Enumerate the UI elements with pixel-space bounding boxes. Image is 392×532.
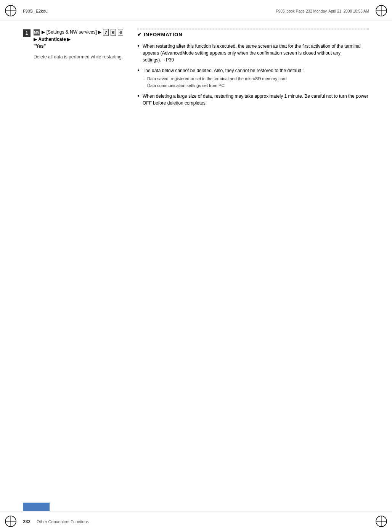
step-container: 1 MN ▶ [Settings & NW services] ▶ 7 6 6 …	[23, 29, 126, 60]
yes-label: "Yes"	[34, 44, 46, 49]
key-6-1: 6	[111, 29, 116, 36]
settings-menu-label: ▶ [Settings & NW services] ▶	[42, 29, 103, 35]
info-item-3-text: When deleting a large size of data, rest…	[143, 94, 368, 106]
header-bookinfo: F905i.book Page 232 Monday, April 21, 20…	[276, 9, 369, 13]
info-item-1-text: When restarting after this function is e…	[143, 44, 361, 63]
info-item-1: When restarting after this function is e…	[137, 43, 369, 63]
info-subitem-2: Data communication settings set from PC	[143, 82, 369, 89]
info-list: When restarting after this function is e…	[137, 43, 369, 106]
info-subitem-1: Data saved, registered or set in the ter…	[143, 76, 369, 82]
info-sublist: Data saved, registered or set in the ter…	[143, 76, 369, 89]
page-number: 232	[23, 519, 31, 524]
info-section: ✔ INFORMATION When restarting after this…	[137, 29, 369, 106]
right-column: ✔ INFORMATION When restarting after this…	[137, 21, 369, 509]
key-6-2: 6	[118, 29, 123, 36]
info-subitem-2-text: Data communication settings set from PC	[147, 83, 224, 88]
step-description: Delete all data is performed while resta…	[34, 53, 126, 60]
step-instruction: MN ▶ [Settings & NW services] ▶ 7 6 6 ▶ …	[34, 29, 126, 50]
info-header: ✔ INFORMATION	[137, 29, 369, 39]
menu-icon: MN	[34, 29, 40, 35]
footer-section-label: Other Convenient Functions	[37, 519, 89, 524]
blue-accent-rect	[23, 503, 50, 511]
step-number: 1	[23, 29, 31, 37]
authenticate-label: ▶ Authenticate ▶	[34, 37, 71, 42]
info-checkmark-icon: ✔	[137, 32, 141, 37]
top-header: F905i_E2kou F905i.book Page 232 Monday, …	[0, 0, 392, 21]
header-filename: F905i_E2kou	[23, 9, 48, 13]
info-item-2: The data below cannot be deleted. Also, …	[137, 67, 369, 89]
left-column: 1 MN ▶ [Settings & NW services] ▶ 7 6 6 …	[23, 21, 126, 509]
step-content: MN ▶ [Settings & NW services] ▶ 7 6 6 ▶ …	[34, 29, 126, 60]
key-7: 7	[103, 29, 108, 36]
main-content: 1 MN ▶ [Settings & NW services] ▶ 7 6 6 …	[23, 21, 369, 509]
info-subitem-1-text: Data saved, registered or set in the ter…	[147, 76, 287, 81]
info-item-2-text: The data below cannot be deleted. Also, …	[143, 68, 304, 73]
info-title: INFORMATION	[144, 32, 183, 37]
bottom-footer: 232 Other Convenient Functions	[0, 511, 392, 532]
info-item-3: When deleting a large size of data, rest…	[137, 93, 369, 106]
